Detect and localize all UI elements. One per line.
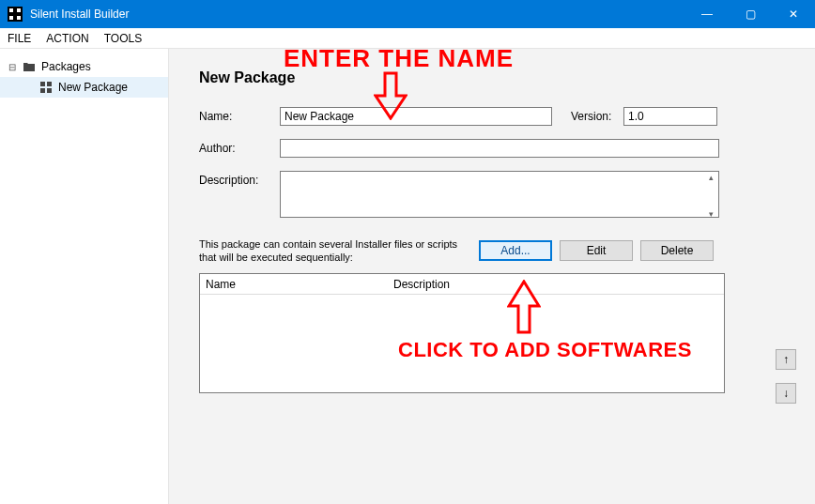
tree-collapse-icon[interactable]: ⊟: [8, 62, 17, 72]
version-label: Version:: [571, 107, 623, 123]
name-label: Name:: [199, 107, 280, 123]
scroll-down-icon: ▾: [704, 209, 717, 219]
menubar: FILE ACTION TOOLS: [0, 28, 815, 49]
description-input[interactable]: [280, 171, 719, 218]
tree-item-new-package[interactable]: New Package: [0, 77, 168, 98]
author-label: Author:: [199, 139, 280, 155]
description-label: Description:: [199, 171, 280, 187]
svg-rect-4: [17, 16, 21, 20]
add-button-label: Add...: [500, 244, 530, 257]
svg-rect-8: [47, 88, 52, 93]
move-up-button[interactable]: ↑: [776, 349, 796, 370]
tree-root[interactable]: ⊟ Packages: [0, 56, 168, 77]
app-icon: [8, 7, 23, 22]
menu-action[interactable]: ACTION: [46, 32, 88, 45]
maximize-button[interactable]: ▢: [729, 0, 772, 28]
titlebar: Silent Install Builder — ▢ ✕: [0, 0, 815, 28]
maximize-icon: ▢: [746, 8, 756, 21]
edit-button[interactable]: Edit: [560, 240, 633, 261]
minimize-icon: —: [701, 8, 713, 21]
arrow-up-icon: ↑: [783, 353, 789, 366]
sidebar: ⊟ Packages New Package: [0, 49, 169, 504]
close-button[interactable]: ✕: [772, 0, 815, 28]
installer-list[interactable]: Name Description: [199, 273, 725, 393]
page-title: New Package: [199, 69, 785, 86]
menu-file[interactable]: FILE: [8, 32, 31, 45]
tree-item-label: New Package: [58, 81, 128, 94]
window-title: Silent Install Builder: [30, 8, 129, 21]
column-name[interactable]: Name: [200, 278, 388, 291]
add-button[interactable]: Add...: [479, 240, 552, 261]
folder-icon: [23, 60, 36, 73]
svg-rect-3: [9, 16, 13, 20]
close-icon: ✕: [789, 8, 798, 21]
package-hint: This package can contain several Install…: [199, 237, 471, 264]
content: New Package Name: Version: Author: Descr…: [169, 49, 815, 504]
author-input[interactable]: [280, 139, 719, 158]
list-header: Name Description: [200, 274, 724, 295]
version-input[interactable]: [623, 107, 717, 126]
scroll-up-icon: ▴: [704, 173, 717, 182]
delete-button[interactable]: Delete: [640, 240, 714, 261]
svg-rect-1: [9, 8, 13, 12]
svg-rect-6: [47, 82, 52, 86]
svg-rect-5: [40, 82, 45, 86]
tree-root-label: Packages: [41, 60, 91, 73]
edit-button-label: Edit: [587, 244, 607, 257]
move-down-button[interactable]: ↓: [776, 383, 796, 404]
name-input[interactable]: [280, 107, 552, 126]
arrow-down-icon: ↓: [783, 387, 789, 400]
svg-rect-2: [17, 8, 21, 12]
menu-tools[interactable]: TOOLS: [104, 32, 142, 45]
minimize-button[interactable]: —: [685, 0, 729, 28]
package-icon: [39, 81, 53, 94]
column-description[interactable]: Description: [388, 278, 724, 291]
svg-rect-7: [40, 88, 45, 93]
delete-button-label: Delete: [661, 244, 694, 257]
description-scrollbar[interactable]: ▴ ▾: [704, 173, 717, 219]
